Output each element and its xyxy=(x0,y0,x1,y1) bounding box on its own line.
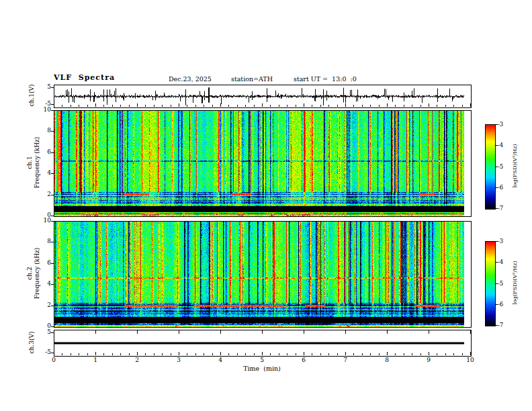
x-tick-mark xyxy=(220,103,221,107)
x-minor-tick-mark xyxy=(112,105,113,107)
colorbar-tick-mark xyxy=(495,187,498,188)
x-minor-tick-mark xyxy=(437,353,437,355)
x-minor-tick-mark xyxy=(112,353,113,355)
x-minor-tick-mark xyxy=(320,105,321,107)
ch1-voltage-axis-label: ch.1(V) xyxy=(28,85,36,107)
x-minor-tick-mark xyxy=(279,105,279,107)
colorbar-tick-mark xyxy=(495,167,498,167)
ch2-spectrogram-canvas xyxy=(54,221,472,328)
x-minor-tick-mark xyxy=(187,105,187,107)
x-minor-tick-mark xyxy=(412,105,412,107)
figure-station: station=ATH xyxy=(231,75,273,83)
x-minor-tick-mark xyxy=(337,105,338,107)
figure-date: Dec.23, 2025 xyxy=(169,75,212,83)
colorbar-tick-label: -6 xyxy=(498,184,511,191)
y-tick-mark xyxy=(51,152,54,153)
x-tick-mark xyxy=(387,103,388,107)
x-minor-tick-mark xyxy=(353,353,354,355)
colorbar-tick-mark xyxy=(495,304,498,305)
colorbar-tick-mark xyxy=(495,262,498,263)
x-minor-tick-mark xyxy=(453,353,454,355)
ch2-axis-channel-text: ch.2 xyxy=(26,248,34,300)
x-tick-mark xyxy=(429,103,429,107)
x-tick-mark xyxy=(470,352,471,355)
x-minor-tick-mark xyxy=(228,105,229,107)
y-tick-label: 4 xyxy=(35,280,51,287)
x-minor-tick-mark xyxy=(296,353,296,355)
x-minor-tick-mark xyxy=(370,105,371,107)
y-tick-mark xyxy=(51,242,54,242)
x-tick-mark xyxy=(387,330,388,334)
colorbar-tick-mark xyxy=(495,145,498,146)
y-tick-mark xyxy=(51,284,54,285)
x-minor-tick-mark xyxy=(129,105,130,107)
x-minor-tick-mark xyxy=(79,353,79,355)
x-minor-tick-mark xyxy=(420,105,421,107)
x-minor-tick-mark xyxy=(462,353,463,355)
x-minor-tick-mark xyxy=(171,353,171,355)
y-tick-label: -5 xyxy=(35,349,51,355)
x-minor-tick-mark xyxy=(228,353,229,355)
y-tick-mark xyxy=(51,104,54,105)
x-minor-tick-mark xyxy=(204,353,204,355)
x-tick-mark xyxy=(429,352,429,355)
x-minor-tick-mark xyxy=(420,353,421,355)
x-minor-tick-mark xyxy=(445,105,446,107)
x-tick-mark xyxy=(220,330,221,334)
y-tick-mark xyxy=(51,87,54,88)
x-minor-tick-mark xyxy=(162,353,163,355)
x-tick-mark xyxy=(304,352,304,355)
colorbar-tick-label: -6 xyxy=(498,301,511,308)
colorbar2-label: log(PSD)(V²/Hz) xyxy=(511,261,519,304)
x-tick-mark xyxy=(137,330,138,334)
x-tick-mark xyxy=(262,330,263,334)
y-tick-mark xyxy=(51,131,54,132)
x-tick-mark xyxy=(179,352,179,355)
colorbar-ch2 xyxy=(485,241,496,326)
y-tick-mark xyxy=(51,353,54,353)
y-tick-label: 5 xyxy=(35,83,51,90)
figure-start-ut: start UT = 13:0 :0 xyxy=(294,75,357,83)
x-minor-tick-mark xyxy=(287,105,287,107)
colorbar-tick-label: -5 xyxy=(498,280,511,287)
x-minor-tick-mark xyxy=(445,353,446,355)
y-tick-mark xyxy=(51,332,54,333)
x-minor-tick-mark xyxy=(362,353,363,355)
x-minor-tick-mark xyxy=(212,105,213,107)
colorbar-tick-label: -4 xyxy=(498,259,511,265)
x-tick-label: 2 xyxy=(130,357,144,363)
time-axis-label: Time (min) xyxy=(243,365,281,372)
x-minor-tick-mark xyxy=(328,105,329,107)
ch1-axis-frequency-text: Frequency (kHz) xyxy=(34,137,41,189)
x-minor-tick-mark xyxy=(87,105,88,107)
x-minor-tick-mark xyxy=(395,105,396,107)
y-tick-label: -5 xyxy=(35,100,51,107)
x-minor-tick-mark xyxy=(195,105,196,107)
x-minor-tick-mark xyxy=(120,105,121,107)
x-tick-mark xyxy=(470,330,471,334)
ch2-frequency-axis-label: ch.2 Frequency (kHz) xyxy=(26,248,41,300)
x-tick-mark xyxy=(179,103,179,107)
x-minor-tick-mark xyxy=(87,353,88,355)
x-minor-tick-mark xyxy=(404,353,404,355)
x-minor-tick-mark xyxy=(379,353,380,355)
x-tick-mark xyxy=(54,103,54,107)
x-tick-label: 7 xyxy=(339,357,352,363)
x-minor-tick-mark xyxy=(320,353,321,355)
x-tick-mark xyxy=(95,103,96,107)
x-tick-mark xyxy=(345,352,346,355)
x-minor-tick-mark xyxy=(312,105,312,107)
x-minor-tick-mark xyxy=(129,353,130,355)
x-minor-tick-mark xyxy=(71,353,71,355)
x-minor-tick-mark xyxy=(404,105,404,107)
ch1-frequency-axis-label: ch.1 Frequency (kHz) xyxy=(26,137,41,189)
x-minor-tick-mark xyxy=(145,105,146,107)
colorbar-tick-mark xyxy=(495,124,498,125)
y-tick-mark xyxy=(51,326,54,327)
x-minor-tick-mark xyxy=(145,353,146,355)
x-minor-tick-mark xyxy=(337,353,338,355)
y-tick-label: 2 xyxy=(35,191,51,197)
y-tick-label: 6 xyxy=(35,259,51,266)
x-tick-label: 1 xyxy=(89,357,102,363)
x-minor-tick-mark xyxy=(162,105,163,107)
